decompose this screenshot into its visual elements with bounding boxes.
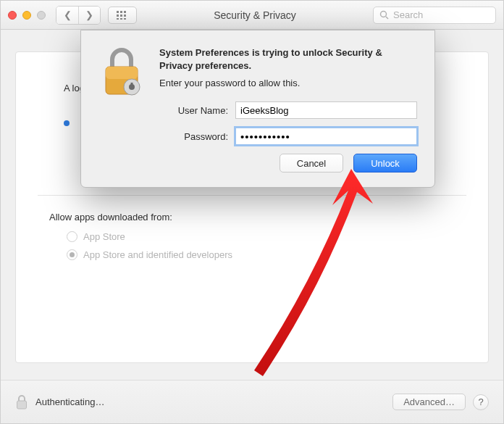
svg-rect-8 bbox=[124, 18, 126, 20]
auth-dialog: System Preferences is trying to unlock S… bbox=[80, 30, 435, 188]
lock-icon[interactable] bbox=[15, 394, 28, 410]
svg-rect-13 bbox=[106, 67, 138, 79]
radio-identified: App Store and identified developers bbox=[67, 249, 466, 260]
dialog-subtitle: Enter your password to allow this. bbox=[159, 78, 417, 88]
advanced-button[interactable]: Advanced… bbox=[392, 394, 466, 410]
lock-icon bbox=[98, 46, 146, 172]
search-icon bbox=[379, 10, 389, 20]
password-label: Password: bbox=[159, 131, 228, 142]
maximize-icon bbox=[37, 11, 46, 20]
allow-apps-label: Allow apps downloaded from: bbox=[49, 212, 466, 223]
show-all-button[interactable] bbox=[108, 7, 137, 24]
svg-line-10 bbox=[386, 17, 388, 19]
grid-icon bbox=[117, 11, 128, 20]
username-input[interactable] bbox=[235, 101, 417, 119]
dialog-title: System Preferences is trying to unlock S… bbox=[159, 46, 417, 72]
svg-rect-2 bbox=[124, 11, 126, 13]
radio-icon bbox=[67, 231, 77, 242]
svg-rect-4 bbox=[120, 14, 122, 17]
svg-rect-3 bbox=[117, 14, 119, 17]
radio-appstore: App Store bbox=[67, 231, 466, 242]
search-placeholder: Search bbox=[393, 9, 423, 20]
traffic-lights bbox=[8, 11, 46, 20]
titlebar: ❮ ❯ Security & Privacy Search bbox=[1, 1, 503, 30]
svg-rect-0 bbox=[117, 11, 119, 13]
close-icon[interactable] bbox=[8, 11, 17, 20]
radio-appstore-label: App Store bbox=[83, 231, 125, 242]
back-button[interactable]: ❮ bbox=[56, 7, 78, 24]
radio-identified-label: App Store and identified developers bbox=[83, 249, 232, 260]
minimize-icon[interactable] bbox=[22, 11, 31, 20]
svg-rect-16 bbox=[131, 83, 133, 87]
svg-rect-11 bbox=[17, 401, 27, 409]
window: ❮ ❯ Security & Privacy Search A log Allo… bbox=[0, 0, 504, 424]
help-button[interactable]: ? bbox=[473, 394, 489, 410]
forward-button[interactable]: ❯ bbox=[78, 7, 100, 24]
radio-icon bbox=[67, 249, 77, 260]
page-title: Security & Privacy bbox=[137, 9, 373, 21]
selection-indicator bbox=[64, 120, 70, 126]
nav-back-forward: ❮ ❯ bbox=[56, 6, 101, 25]
svg-rect-1 bbox=[120, 11, 122, 13]
search-input[interactable]: Search bbox=[373, 7, 496, 24]
password-input[interactable] bbox=[235, 128, 417, 145]
cancel-button[interactable]: Cancel bbox=[280, 154, 343, 172]
svg-point-9 bbox=[381, 12, 387, 17]
lock-status-text: Authenticating… bbox=[35, 396, 104, 407]
svg-rect-7 bbox=[120, 18, 122, 20]
svg-rect-5 bbox=[124, 14, 126, 17]
footer: Authenticating… Advanced… ? bbox=[1, 380, 503, 423]
divider bbox=[38, 195, 466, 196]
unlock-button[interactable]: Unlock bbox=[353, 154, 417, 172]
username-label: User Name: bbox=[159, 105, 228, 116]
svg-rect-6 bbox=[117, 18, 119, 20]
